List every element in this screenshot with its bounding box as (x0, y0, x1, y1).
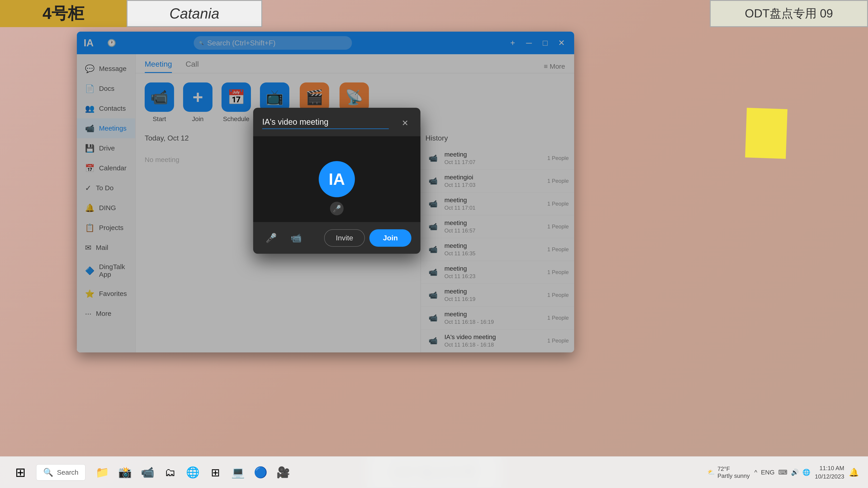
modal-header: ✕ (253, 108, 421, 129)
taskbar-app-browser[interactable]: 🌐 (183, 462, 203, 483)
modal-video-area: IA 🎤 (253, 136, 421, 222)
weather-condition: Partly sunny (717, 473, 750, 480)
modal-close-button[interactable]: ✕ (399, 117, 411, 129)
systray-volume: 🔊 (791, 468, 799, 476)
taskbar-app-zoom[interactable]: 📹 (137, 462, 158, 483)
taskbar-search-text: Search (57, 468, 79, 476)
clock-time: 11:10 AM (815, 464, 844, 472)
taskbar-search[interactable]: 🔍 Search (36, 464, 86, 481)
modal-controls: 🎤 📹 Invite Join (253, 222, 421, 254)
modal-avatar: IA (319, 161, 355, 197)
weather-icon: ⛅ (708, 469, 715, 476)
modal-mic-hint: 🎤 (330, 202, 344, 215)
taskbar-app-photos[interactable]: 📸 (115, 462, 135, 483)
invite-button[interactable]: Invite (324, 229, 365, 247)
weather-temp: 72°F (717, 465, 750, 473)
label-odt: ODT盘点专用 09 (710, 0, 868, 27)
systray-network: 🌐 (802, 468, 810, 476)
video-meeting-modal: ✕ IA 🎤 🎤 📹 Invite Join (253, 108, 421, 254)
clock-date: 10/12/2023 (815, 473, 844, 481)
notifications-icon[interactable]: 🔔 (849, 468, 859, 477)
taskbar: ⊞ 🔍 Search 📁 📸 📹 🗂 🌐 ⊞ 💻 🔵 🎥 ⛅ 72°F Part… (0, 456, 868, 488)
app-window: IA 🕐 🔍 + ─ □ ✕ 💬 Message 📄 Docs 👥 (77, 32, 574, 352)
label-4: 4号柜 (0, 0, 127, 27)
modal-camera-button[interactable]: 📹 (287, 229, 305, 247)
taskbar-app-filemanager[interactable]: 📁 (92, 462, 113, 483)
taskbar-apps: 📁 📸 📹 🗂 🌐 ⊞ 💻 🔵 🎥 (92, 462, 293, 483)
taskbar-app-dingtalk[interactable]: 🔵 (250, 462, 271, 483)
join-button[interactable]: Join (369, 229, 411, 247)
taskbar-right: ⛅ 72°F Partly sunny ^ ENG ⌨ 🔊 🌐 11:10 AM… (708, 464, 859, 481)
modal-title-input[interactable] (262, 117, 389, 129)
taskbar-app-terminal[interactable]: 💻 (228, 462, 248, 483)
taskbar-app-files[interactable]: 🗂 (160, 462, 180, 483)
systray-chevron[interactable]: ^ (754, 469, 757, 476)
start-button[interactable]: ⊞ (9, 463, 32, 482)
taskbar-app-store[interactable]: ⊞ (205, 462, 225, 483)
taskbar-app-recorder[interactable]: 🎥 (273, 462, 293, 483)
modal-overlay: ✕ IA 🎤 🎤 📹 Invite Join (77, 32, 574, 352)
taskbar-systray: ^ ENG ⌨ 🔊 🌐 (754, 468, 810, 476)
label-catania: Catania (127, 0, 262, 27)
modal-mic-button[interactable]: 🎤 (262, 229, 280, 247)
systray-keyboard: ⌨ (778, 468, 787, 476)
sticky-note (745, 108, 787, 159)
modal-actions: Invite Join (324, 229, 411, 247)
taskbar-search-icon: 🔍 (43, 468, 53, 477)
taskbar-weather: ⛅ 72°F Partly sunny (708, 465, 750, 480)
systray-lang: ENG (761, 469, 775, 476)
taskbar-clock[interactable]: 11:10 AM 10/12/2023 (815, 464, 844, 481)
